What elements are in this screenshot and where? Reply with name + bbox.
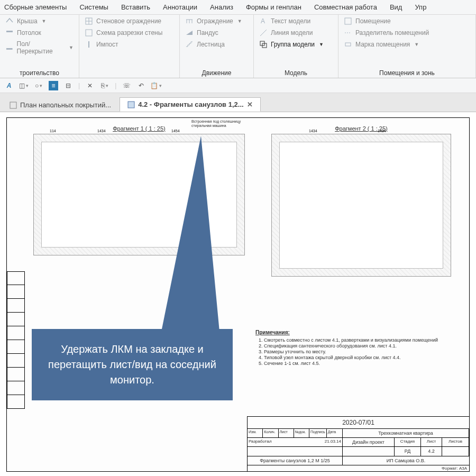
- author: ИП Самцова О.В.: [343, 456, 469, 465]
- notes-title: Примечания:: [255, 329, 467, 335]
- sheet-icon: [127, 101, 135, 108]
- menu-bar: Сборные элементы Системы Вставить Аннота…: [0, 0, 476, 15]
- note-item: Типовой узел монтажа скрытой дверной кор…: [264, 355, 467, 360]
- railing-icon: [185, 17, 194, 25]
- sheet-name: Фрагменты санузлов 1,2 М 1/25: [248, 456, 343, 465]
- text-icon: A: [259, 17, 268, 25]
- floor-button[interactable]: Пол/Перекрытие▼: [5, 40, 74, 55]
- grid-icon: [85, 29, 93, 37]
- close-icon[interactable]: ✕: [247, 100, 253, 108]
- plan-view: Встроенная под столешницу стиральная маш…: [33, 134, 245, 255]
- stair-icon: [185, 40, 194, 49]
- mullion-button[interactable]: Импост: [85, 40, 174, 49]
- undo-icon[interactable]: ↶: [136, 81, 146, 90]
- format-label: Формат: А3А: [248, 465, 469, 471]
- washer-label: Встроенная под столешницу стиральная маш…: [191, 120, 250, 127]
- group-label: Помещения и зонь: [344, 68, 470, 77]
- fragment-2: Фрагмент 2 ( 1 : 25) 1434 1434 5.21 м² С…: [271, 125, 451, 277]
- roof-icon: [5, 17, 14, 25]
- menu-item[interactable]: Совместная работа: [314, 3, 377, 11]
- floor-icon: [5, 43, 14, 52]
- cube-icon[interactable]: ◫▾: [19, 81, 29, 90]
- svg-rect-14: [10, 102, 16, 108]
- ramp-button[interactable]: Пандус: [185, 29, 248, 37]
- note-item: Размеры уточнить по месту.: [264, 349, 467, 354]
- fragment-1: Фрагмент 1 ( 1 : 25) Встроенная под стол…: [33, 125, 245, 255]
- note-item: Сечение 1-1 см. лист 4.5.: [264, 361, 467, 366]
- stair-button[interactable]: Лестница: [185, 40, 248, 49]
- list-icon[interactable]: ≡: [49, 81, 58, 90]
- menu-item[interactable]: Аннотации: [163, 3, 197, 11]
- model-text-button[interactable]: AТекст модели: [259, 17, 333, 25]
- menu-item[interactable]: Сборные элементы: [4, 3, 67, 11]
- view-tab-bar: План напольных покрытий... 4.2 - Фрагмен…: [0, 93, 476, 112]
- svg-rect-15: [128, 102, 134, 108]
- ribbon-group-wall: Стеновое ограждение Схема разрезки стены…: [79, 15, 180, 78]
- curtain-wall-button[interactable]: Стеновое ограждение: [85, 17, 174, 25]
- title-block: 2020-07/01 Изм. Колич. Лист №док. Подпис…: [247, 416, 469, 471]
- svg-line-8: [260, 30, 267, 36]
- group-label: Модель: [259, 68, 333, 77]
- plan-view: 1434 1434 5.21 м² СП2: [271, 134, 451, 277]
- quick-access-toolbar: A ◫▾ ○▾ ≡ ⊟ | ✕ ⎘▾ | ☏ ↶ 📋▾: [0, 78, 476, 93]
- revision-grid: [7, 271, 25, 409]
- curtain-grid-button[interactable]: Схема разрезки стены: [85, 29, 174, 37]
- ribbon-group-rooms: Помещение Разделитель помещений Марка по…: [338, 15, 476, 78]
- group-icon: [259, 40, 268, 49]
- ribbon-group-circulation: Ограждение▼ Пандус Лестница Движение: [180, 15, 254, 78]
- room-separator-button[interactable]: Разделитель помещений: [344, 29, 470, 37]
- note-item: Спецификация сантехнического оборудовани…: [264, 343, 467, 349]
- ribbon-group-model: AТекст модели Линия модели Группа модели…: [254, 15, 338, 78]
- ramp-icon: [185, 29, 194, 37]
- note-item: Смотреть совместно с листом 4.1, разверт…: [264, 337, 467, 343]
- tab-floor-plan[interactable]: План напольных покрытий...: [2, 98, 118, 112]
- grid-icon: [85, 17, 93, 25]
- project-name: Трехкомнатная квартира: [343, 429, 469, 438]
- svg-rect-0: [6, 31, 13, 32]
- sheet: Фрагмент 1 ( 1 : 25) Встроенная под стол…: [6, 117, 470, 472]
- room-tag-button[interactable]: Марка помещения▼: [344, 40, 470, 49]
- ceiling-icon: [5, 29, 14, 37]
- menu-item[interactable]: Анализ: [210, 3, 233, 11]
- tab-fragments[interactable]: 4.2 - Фрагменты санузлов 1,2... ✕: [120, 97, 260, 112]
- railing-button[interactable]: Ограждение▼: [185, 17, 248, 25]
- svg-rect-1: [6, 48, 13, 50]
- room-button[interactable]: Помещение: [344, 17, 470, 25]
- sheet-icon: [10, 102, 17, 109]
- mullion-icon: [85, 40, 93, 49]
- line-icon: [259, 29, 268, 37]
- separator-icon: [344, 29, 352, 37]
- fragment-title: Фрагмент 2 ( 1 : 25): [271, 125, 451, 132]
- group-label: [85, 76, 174, 77]
- delete-icon[interactable]: ✕: [85, 81, 95, 90]
- menu-item[interactable]: Вставить: [121, 3, 150, 11]
- group-label: Движение: [185, 68, 248, 77]
- ribbon: Крыша▼ Потолок Пол/Перекрытие▼ троительс…: [0, 15, 476, 78]
- notes-block: Примечания: Смотреть совместно с листом …: [255, 329, 467, 367]
- menu-item[interactable]: Формы и генплан: [246, 3, 301, 11]
- svg-rect-13: [345, 43, 351, 46]
- tree-icon[interactable]: ⊟: [63, 81, 73, 90]
- instruction-callout: Удержать ЛКМ на закладке и перетащить ли…: [32, 329, 233, 400]
- menu-item[interactable]: Системы: [79, 3, 108, 11]
- room-icon: [344, 17, 352, 25]
- ribbon-group-build: Крыша▼ Потолок Пол/Перекрытие▼ троительс…: [0, 15, 79, 78]
- model-line-button[interactable]: Линия модели: [259, 29, 333, 37]
- text-tool-icon[interactable]: A: [4, 81, 14, 90]
- ceiling-button[interactable]: Потолок: [5, 29, 74, 37]
- project-code: 2020-07/01: [248, 417, 469, 429]
- svg-rect-5: [86, 30, 92, 36]
- group-label: троительство: [5, 68, 74, 77]
- copy-icon[interactable]: ⎘▾: [100, 81, 109, 90]
- svg-text:A: A: [261, 17, 265, 25]
- paste-icon[interactable]: 📋▾: [151, 81, 161, 90]
- drawing-canvas[interactable]: Фрагмент 1 ( 1 : 25) Встроенная под стол…: [0, 112, 476, 476]
- phone-icon[interactable]: ☏: [122, 81, 131, 90]
- tag-icon: [344, 40, 352, 49]
- roof-button[interactable]: Крыша▼: [5, 17, 74, 25]
- dot-icon[interactable]: ○▾: [34, 81, 43, 90]
- model-group-button[interactable]: Группа модели▼: [259, 40, 333, 49]
- svg-rect-11: [345, 18, 351, 24]
- menu-item[interactable]: Упр: [415, 3, 426, 11]
- menu-item[interactable]: Вид: [390, 3, 402, 11]
